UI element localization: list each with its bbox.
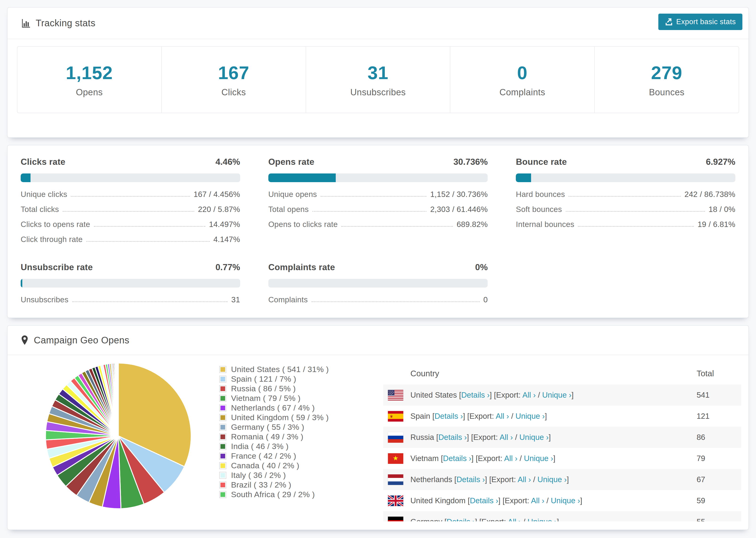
rate-row: Click through rate4.147% [21,232,240,247]
rate-row-label: Click through rate [21,235,82,244]
geo-table-body: United States [Details ›] [Export: All ›… [383,385,741,521]
export-basic-stats-button[interactable]: Export basic stats [658,14,742,30]
summary-stat-label: Bounces [649,87,684,97]
dotted-leader [63,211,194,212]
summary-stat-value: 31 [368,62,389,83]
rates-card: Clicks rate4.46%Unique clicks167 / 4.456… [7,145,749,318]
details-link[interactable]: Details › [457,475,485,484]
legend-label: Brazil ( 33 / 2% ) [231,480,291,489]
rate-row-label: Internal bounces [516,220,574,229]
geo-legend: United States ( 541 / 31% )Spain ( 121 /… [219,364,329,499]
flag-ru-icon [388,432,404,443]
rate-progress-fill [21,279,22,288]
export-all-link[interactable]: All › [500,433,513,442]
tracking-stats-header: Tracking stats Export basic stats [8,8,748,39]
export-unique-link[interactable]: Unique › [519,433,549,442]
export-unique-link[interactable]: Unique › [551,496,580,505]
export-all-link[interactable]: All › [508,517,521,521]
legend-label: Canada ( 40 / 2% ) [231,461,299,470]
rate-row-label: Hard bounces [516,190,565,199]
geo-table-header: Country Total [383,362,741,385]
rate-row-value: 14.497% [209,220,240,229]
summary-stat-value: 279 [651,62,682,83]
legend-swatch [220,443,226,450]
legend-swatch [220,405,226,411]
bar-chart-icon [21,18,30,28]
export-unique-link[interactable]: Unique › [537,475,567,484]
export-unique-link[interactable]: Unique › [515,412,545,420]
column-header-country: Country [383,369,697,378]
legend-item: Russia ( 86 / 5% ) [219,384,329,394]
legend-swatch [220,395,226,402]
country-cell: United States [Details ›] [Export: All ›… [383,390,697,401]
country-name: Russia [410,433,436,442]
table-row: Spain [Details ›] [Export: All › / Uniqu… [383,405,741,427]
summary-stat: 0Complaints [450,47,595,113]
details-link[interactable]: Details › [461,391,490,399]
details-link[interactable]: Details › [470,496,498,505]
dotted-leader [71,196,190,197]
dotted-leader [94,226,205,227]
rate-header: Opens rate30.736% [268,157,488,167]
summary-stat-label: Unsubscribes [350,87,406,97]
country-name: United States [410,391,459,399]
export-all-link[interactable]: All › [531,496,544,505]
rate-progress-fill [268,174,336,182]
export-all-link[interactable]: All › [504,454,517,463]
column-header-total: Total [697,369,741,378]
details-link[interactable]: Details › [438,433,467,442]
rate-row-label: Unique opens [268,190,317,199]
rate-rows: Unique opens1,152 / 30.736%Total opens2,… [268,187,488,232]
country-total: 59 [697,496,741,505]
country-name: Spain [410,412,432,420]
rate-header: Unsubscribe rate0.77% [21,262,240,272]
country-name: Vietnam [410,454,441,463]
table-row: Vietnam [Details ›] [Export: All › / Uni… [383,448,741,469]
dotted-leader [341,226,453,227]
rate-row-value: 220 / 5.87% [198,205,240,214]
rate-block: Clicks rate4.46%Unique clicks167 / 4.456… [21,157,240,247]
table-row: Russia [Details ›] [Export: All › / Uniq… [383,427,741,448]
rate-value: 0.77% [216,262,240,272]
export-unique-link[interactable]: Unique › [542,391,571,399]
summary-stat: 167Clicks [162,47,306,113]
country-cell: Netherlands [Details ›] [Export: All › /… [383,474,697,485]
details-link[interactable]: Details › [443,454,471,463]
dotted-leader [321,196,427,197]
rate-block: Unsubscribe rate0.77%Unsubscribes31 [21,262,240,307]
rate-progress-fill [516,174,531,182]
rate-row-value: 689.82% [457,220,488,229]
details-link[interactable]: Details › [435,412,463,420]
dotted-leader [72,301,228,302]
rate-row-value: 242 / 86.738% [684,190,735,199]
flag-us-icon [388,390,404,401]
rate-row-label: Total clicks [21,205,59,214]
details-link[interactable]: Details › [447,517,475,521]
rate-progress-track [21,279,240,288]
legend-item: Spain ( 121 / 7% ) [219,374,329,384]
legend-label: United Kingdom ( 59 / 3% ) [231,413,329,422]
legend-item: Brazil ( 33 / 2% ) [219,480,329,490]
legend-swatch [220,453,226,459]
flag-vn-icon [388,453,404,464]
country-cell: Germany [Details ›] [Export: All › / Uni… [383,517,697,521]
export-all-link[interactable]: All › [496,412,509,420]
export-all-link[interactable]: All › [518,475,531,484]
rate-block: Complaints rate0%Complaints0 [268,262,488,307]
summary-stat: 1,152Opens [17,47,162,113]
tracking-stats-title: Tracking stats [36,18,95,28]
flag-es-icon [388,411,404,422]
rate-row-label: Total opens [268,205,309,214]
rate-row: Unsubscribes31 [21,292,240,307]
export-unique-link[interactable]: Unique › [527,517,557,521]
export-all-link[interactable]: All › [522,391,536,399]
export-unique-link[interactable]: Unique › [524,454,553,463]
rate-row-value: 18 / 0% [709,205,735,214]
rate-title: Unsubscribe rate [21,262,93,272]
rates-grid: Clicks rate4.46%Unique clicks167 / 4.456… [21,157,735,307]
table-row: Netherlands [Details ›] [Export: All › /… [383,469,741,490]
summary-stat-value: 0 [517,62,527,83]
rate-row-label: Unsubscribes [21,295,69,304]
geo-body: United States ( 541 / 31% )Spain ( 121 /… [8,355,748,530]
flag-de-icon [388,517,404,521]
